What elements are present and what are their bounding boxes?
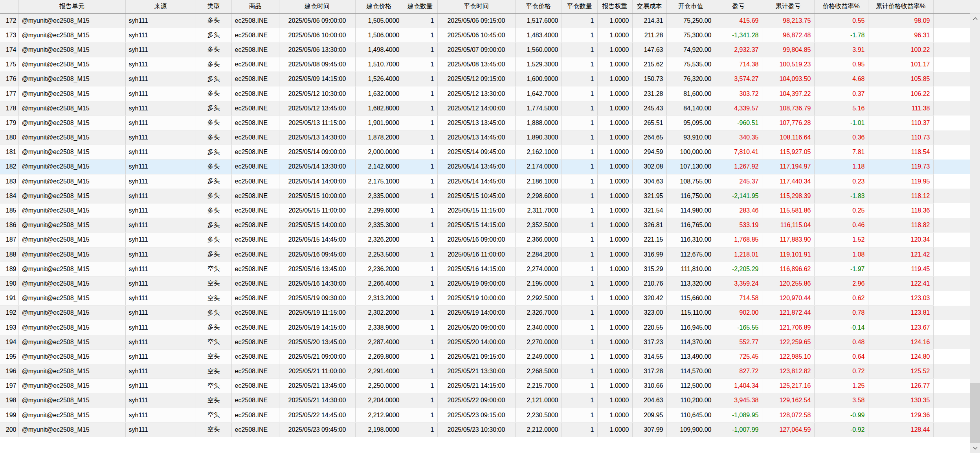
cell-commodity[interactable]: ec2508.INE <box>231 349 279 364</box>
cell-commodity[interactable]: ec2508.INE <box>231 422 279 437</box>
cell-row_no[interactable]: 174 <box>0 42 18 57</box>
cell-open_qty[interactable]: 1 <box>403 262 437 276</box>
col-header-cum_pnl[interactable]: 累计盈亏 <box>762 0 814 13</box>
cell-pnl[interactable]: -960.51 <box>715 116 762 130</box>
cell-cum_price_return_pct[interactable]: 118.54 <box>868 145 933 160</box>
cell-cost[interactable]: 294.59 <box>632 145 666 160</box>
cell-cum_price_return_pct[interactable]: 110.37 <box>868 116 933 130</box>
cell-price_return_pct[interactable]: -1.83 <box>814 189 868 203</box>
cell-report_unit[interactable]: @myunit@ec2508_M15 <box>18 203 125 218</box>
cell-close_qty[interactable]: 1 <box>562 145 597 160</box>
table-row[interactable]: 193@myunit@ec2508_M15syh111多头ec2508.INE2… <box>0 320 970 335</box>
cell-weight[interactable]: 1.0000 <box>597 393 632 408</box>
cell-close_qty[interactable]: 1 <box>562 364 597 379</box>
cell-source[interactable]: syh111 <box>125 101 196 116</box>
cell-close_time[interactable]: 2025/05/16 14:15:00 <box>437 262 515 276</box>
cell-open_price[interactable]: 2,000.0000 <box>355 145 403 160</box>
cell-cost[interactable]: 221.15 <box>632 233 666 247</box>
cell-cum_pnl[interactable]: 122,259.65 <box>762 335 814 349</box>
cell-close_qty[interactable]: 1 <box>562 101 597 116</box>
cell-open_price[interactable]: 1,901.9000 <box>355 116 403 130</box>
cell-report_unit[interactable]: @myunit@ec2508_M15 <box>18 320 125 335</box>
col-header-cum_price_return_pct[interactable]: 累计价格收益率% <box>868 0 933 13</box>
cell-commodity[interactable]: ec2508.INE <box>231 42 279 57</box>
cell-close_time[interactable]: 2025/05/06 10:45:00 <box>437 28 515 42</box>
cell-weight[interactable]: 1.0000 <box>597 116 632 130</box>
cell-market_value[interactable]: 116,310.00 <box>666 233 715 247</box>
cell-report_unit[interactable]: @myunit@ec2508_M15 <box>18 145 125 160</box>
cell-cum_price_return_pct[interactable]: 119.73 <box>868 160 933 174</box>
cell-market_value[interactable]: 110,645.00 <box>666 408 715 422</box>
cell-close_qty[interactable]: 1 <box>562 393 597 408</box>
cell-pnl[interactable]: 902.00 <box>715 306 762 320</box>
cell-close_qty[interactable]: 1 <box>562 72 597 86</box>
cell-cum_price_return_pct[interactable]: 101.17 <box>868 57 933 72</box>
cell-source[interactable]: syh111 <box>125 262 196 276</box>
cell-open_time[interactable]: 2025/05/15 10:00:00 <box>279 189 355 203</box>
cell-market_value[interactable]: 115,110.00 <box>666 306 715 320</box>
table-row[interactable]: 198@myunit@ec2508_M15syh111空头ec2508.INE2… <box>0 393 970 408</box>
cell-cost[interactable]: 209.95 <box>632 408 666 422</box>
cell-type[interactable]: 空头 <box>196 335 231 349</box>
cell-commodity[interactable]: ec2508.INE <box>231 101 279 116</box>
table-row[interactable]: 190@myunit@ec2508_M15syh111空头ec2508.INE2… <box>0 276 970 291</box>
cell-open_qty[interactable]: 1 <box>403 247 437 262</box>
cell-open_price[interactable]: 2,299.6000 <box>355 203 403 218</box>
cell-type[interactable]: 多头 <box>196 306 231 320</box>
cell-weight[interactable]: 1.0000 <box>597 218 632 233</box>
cell-close_qty[interactable]: 1 <box>562 335 597 349</box>
cell-close_qty[interactable]: 1 <box>562 320 597 335</box>
scroll-down-button[interactable] <box>970 443 980 453</box>
cell-pnl[interactable]: 1,267.92 <box>715 160 762 174</box>
cell-market_value[interactable]: 75,535.00 <box>666 57 715 72</box>
table-row[interactable]: 187@myunit@ec2508_M15syh111多头ec2508.INE2… <box>0 233 970 247</box>
cell-open_qty[interactable]: 1 <box>403 160 437 174</box>
cell-open_price[interactable]: 2,250.0000 <box>355 379 403 393</box>
cell-market_value[interactable]: 75,250.00 <box>666 13 715 28</box>
cell-weight[interactable]: 1.0000 <box>597 335 632 349</box>
cell-cum_price_return_pct[interactable]: 118.82 <box>868 218 933 233</box>
cell-open_time[interactable]: 2025/05/21 11:00:00 <box>279 364 355 379</box>
cell-source[interactable]: syh111 <box>125 13 196 28</box>
cell-weight[interactable]: 1.0000 <box>597 28 632 42</box>
cell-close_qty[interactable]: 1 <box>562 160 597 174</box>
cell-open_qty[interactable]: 1 <box>403 218 437 233</box>
cell-close_time[interactable]: 2025/05/15 10:45:00 <box>437 189 515 203</box>
cell-row_no[interactable]: 186 <box>0 218 18 233</box>
cell-close_time[interactable]: 2025/05/15 11:15:00 <box>437 203 515 218</box>
cell-cost[interactable]: 211.28 <box>632 28 666 42</box>
cell-price_return_pct[interactable]: -1.01 <box>814 116 868 130</box>
cell-cum_pnl[interactable]: 116,896.62 <box>762 262 814 276</box>
cell-open_qty[interactable]: 1 <box>403 408 437 422</box>
cell-source[interactable]: syh111 <box>125 276 196 291</box>
cell-type[interactable]: 多头 <box>196 130 231 145</box>
cell-cum_pnl[interactable]: 104,397.22 <box>762 86 814 101</box>
cell-report_unit[interactable]: @myunit@ec2508_M15 <box>18 408 125 422</box>
cell-open_price[interactable]: 2,302.2000 <box>355 306 403 320</box>
cell-price_return_pct[interactable]: 5.16 <box>814 101 868 116</box>
cell-row_no[interactable]: 188 <box>0 247 18 262</box>
cell-close_time[interactable]: 2025/05/12 14:00:00 <box>437 101 515 116</box>
cell-cost[interactable]: 215.62 <box>632 57 666 72</box>
cell-close_price[interactable]: 2,270.0000 <box>515 335 562 349</box>
cell-row_no[interactable]: 189 <box>0 262 18 276</box>
cell-market_value[interactable]: 93,910.00 <box>666 130 715 145</box>
cell-cost[interactable]: 220.55 <box>632 320 666 335</box>
cell-commodity[interactable]: ec2508.INE <box>231 247 279 262</box>
cell-weight[interactable]: 1.0000 <box>597 408 632 422</box>
cell-open_price[interactable]: 2,198.0000 <box>355 422 403 437</box>
cell-report_unit[interactable]: @myunit@ec2508_M15 <box>18 13 125 28</box>
cell-weight[interactable]: 1.0000 <box>597 291 632 306</box>
cell-report_unit[interactable]: @myunit@ec2508_M15 <box>18 72 125 86</box>
cell-row_no[interactable]: 198 <box>0 393 18 408</box>
cell-price_return_pct[interactable]: -1.97 <box>814 262 868 276</box>
cell-source[interactable]: syh111 <box>125 393 196 408</box>
cell-report_unit[interactable]: @myunit@ec2508_M15 <box>18 28 125 42</box>
cell-close_time[interactable]: 2025/05/14 09:45:00 <box>437 145 515 160</box>
cell-close_price[interactable]: 2,352.5000 <box>515 218 562 233</box>
cell-cum_price_return_pct[interactable]: 118.36 <box>868 203 933 218</box>
cell-weight[interactable]: 1.0000 <box>597 160 632 174</box>
cell-open_time[interactable]: 2025/05/19 09:30:00 <box>279 291 355 306</box>
cell-cum_pnl[interactable]: 122,985.10 <box>762 349 814 364</box>
cell-cost[interactable]: 264.65 <box>632 130 666 145</box>
